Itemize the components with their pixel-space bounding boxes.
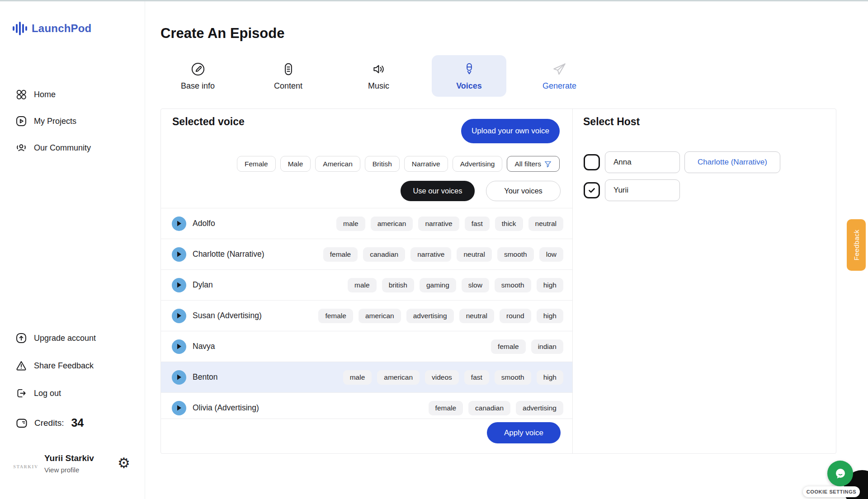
page-title: Create An Episode bbox=[160, 25, 284, 42]
sidebar-item-home[interactable]: Home bbox=[15, 86, 56, 103]
all-filters-label: All filters bbox=[514, 160, 541, 168]
voices-section: Selected voice Upload your own voice Fem… bbox=[160, 108, 836, 454]
microphone-icon bbox=[462, 61, 477, 77]
filter-chip-female[interactable]: Female bbox=[237, 156, 276, 172]
play-voice-button[interactable] bbox=[172, 217, 186, 231]
voice-name: Benton bbox=[193, 372, 217, 382]
host-name-field[interactable]: Yurii bbox=[605, 179, 680, 201]
voice-tag: narrative bbox=[418, 217, 459, 231]
filter-chip-british[interactable]: British bbox=[365, 156, 400, 172]
step-tabs: Base info Content Music Voices Gene bbox=[160, 55, 597, 97]
voice-tags: male british gaming slow smooth high bbox=[348, 278, 563, 292]
sidebar-item-my-projects[interactable]: My Projects bbox=[15, 113, 76, 129]
voice-tag: neutral bbox=[459, 309, 494, 323]
voice-row-olivia-advertising[interactable]: Olivia (Advertising) female canadian adv… bbox=[161, 393, 572, 419]
voice-row-dylan[interactable]: Dylan male british gaming slow smooth hi… bbox=[161, 270, 572, 301]
voice-tag: female bbox=[318, 309, 353, 323]
feedback-tab-label: Feedback bbox=[853, 230, 860, 260]
tab-generate[interactable]: Generate bbox=[522, 55, 597, 97]
voice-name: Dylan bbox=[193, 280, 213, 290]
voice-tag: female bbox=[323, 247, 358, 262]
tab-label: Music bbox=[368, 81, 389, 91]
sidebar-item-label: Upgrade account bbox=[34, 334, 96, 343]
grid-icon bbox=[15, 89, 27, 100]
voice-tags: female indian bbox=[491, 339, 563, 354]
tab-content[interactable]: Content bbox=[251, 55, 326, 97]
paper-plane-icon bbox=[552, 61, 567, 77]
host-checkbox-yurii[interactable] bbox=[584, 182, 600, 198]
gear-icon[interactable]: ⚙ bbox=[118, 456, 130, 470]
voice-tag: female bbox=[491, 339, 526, 354]
voice-row-benton[interactable]: Benton male american videos fast smooth … bbox=[161, 362, 572, 393]
sidebar-item-share-feedback[interactable]: Share Feedback bbox=[15, 358, 94, 374]
voice-name: Charlotte (Narrative) bbox=[193, 250, 264, 259]
sidebar-item-log-out[interactable]: Log out bbox=[15, 385, 61, 401]
voice-tag: thick bbox=[495, 217, 523, 231]
voice-row-adolfo[interactable]: Adolfo male american narrative fast thic… bbox=[161, 208, 572, 239]
host-name-field[interactable]: Anna bbox=[605, 151, 680, 173]
voice-tag: smooth bbox=[495, 278, 531, 292]
host-checkbox-anna[interactable] bbox=[584, 154, 600, 170]
play-voice-button[interactable] bbox=[172, 309, 186, 323]
play-voice-button[interactable] bbox=[172, 339, 186, 354]
voice-source-toggle: Use our voices Your voices bbox=[401, 181, 561, 201]
people-icon bbox=[15, 142, 27, 154]
voice-tag: high bbox=[537, 370, 563, 385]
speaker-icon bbox=[371, 61, 387, 77]
brand-logo[interactable]: LaunchPod bbox=[13, 21, 91, 36]
voice-tag: male bbox=[348, 278, 377, 292]
voice-list: Adolfo male american narrative fast thic… bbox=[161, 208, 572, 419]
voice-tag: smooth bbox=[497, 247, 534, 262]
voice-filters: Female Male American British Narrative A… bbox=[237, 156, 560, 172]
credits-label: Credits: bbox=[34, 418, 64, 428]
warning-icon bbox=[15, 360, 27, 372]
voice-tag: neutral bbox=[528, 217, 563, 231]
selected-voice-panel: Selected voice Upload your own voice Fem… bbox=[161, 109, 573, 453]
voice-tag: british bbox=[382, 278, 414, 292]
tab-voices[interactable]: Voices bbox=[432, 55, 506, 97]
tab-label: Content bbox=[274, 81, 302, 91]
voice-tag: canadian bbox=[468, 401, 510, 415]
tab-music[interactable]: Music bbox=[341, 55, 416, 97]
filter-chip-american[interactable]: American bbox=[315, 156, 360, 172]
voice-row-susan-advertising[interactable]: Susan (Advertising) female american adve… bbox=[161, 301, 572, 331]
apply-voice-button[interactable]: Apply voice bbox=[487, 422, 561, 443]
voice-tag: advertising bbox=[406, 309, 454, 323]
voice-name: Navya bbox=[193, 342, 215, 351]
upload-voice-button[interactable]: Upload your own voice bbox=[461, 119, 560, 143]
voice-tag: round bbox=[500, 309, 531, 323]
voice-tag: american bbox=[359, 309, 401, 323]
feedback-side-tab[interactable]: Feedback bbox=[847, 219, 866, 271]
tab-base-info[interactable]: Base info bbox=[160, 55, 235, 97]
tab-label: Generate bbox=[542, 81, 576, 91]
filter-chip-narrative[interactable]: Narrative bbox=[404, 156, 448, 172]
filter-chip-male[interactable]: Male bbox=[280, 156, 311, 172]
all-filters-button[interactable]: All filters bbox=[507, 156, 560, 172]
sidebar-item-our-community[interactable]: Our Community bbox=[15, 140, 91, 156]
play-voice-button[interactable] bbox=[172, 370, 186, 385]
view-profile-link[interactable]: View profile bbox=[44, 466, 79, 474]
sidebar-item-label: Log out bbox=[34, 389, 61, 398]
play-voice-button[interactable] bbox=[172, 278, 186, 292]
waveform-icon bbox=[13, 21, 27, 36]
chat-widget-button[interactable] bbox=[827, 461, 853, 486]
cookie-settings-label: COOKIE SETTINGS bbox=[807, 489, 856, 494]
play-voice-button[interactable] bbox=[172, 401, 186, 415]
filter-chip-advertising[interactable]: Advertising bbox=[453, 156, 503, 172]
brand-name: LaunchPod bbox=[32, 22, 91, 35]
use-our-voices-button[interactable]: Use our voices bbox=[401, 181, 475, 201]
selected-voice-heading: Selected voice bbox=[172, 116, 245, 128]
logout-icon bbox=[15, 387, 27, 399]
sidebar-item-upgrade-account[interactable]: Upgrade account bbox=[15, 330, 96, 346]
voice-tag: indian bbox=[531, 339, 563, 354]
voice-row-charlotte-narrative[interactable]: Charlotte (Narrative) female canadian na… bbox=[161, 239, 572, 270]
assigned-voice-button[interactable]: Charlotte (Narrative) bbox=[684, 151, 780, 173]
cookie-settings-button[interactable]: COOKIE SETTINGS bbox=[803, 486, 860, 497]
sidebar-item-label: Our Community bbox=[34, 143, 91, 153]
select-host-heading: Select Host bbox=[583, 116, 640, 128]
voice-tag: gaming bbox=[420, 278, 456, 292]
voice-row-navya[interactable]: Navya female indian bbox=[161, 331, 572, 362]
your-voices-button[interactable]: Your voices bbox=[486, 181, 561, 201]
play-voice-button[interactable] bbox=[172, 247, 186, 262]
launchpod-app: LaunchPod Home My Projects Our Community bbox=[0, 0, 868, 499]
